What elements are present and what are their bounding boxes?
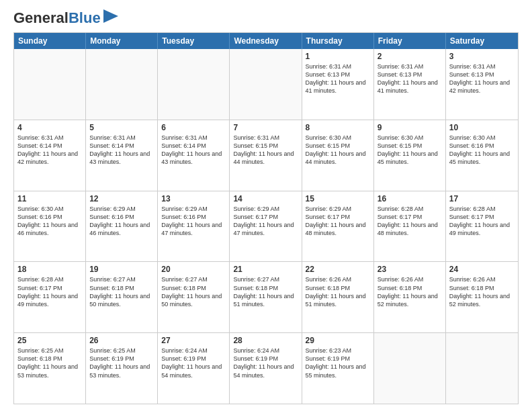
day-info: Sunrise: 6:23 AM Sunset: 6:19 PM Dayligh… [306,347,370,379]
day-header-wednesday: Wednesday [230,33,302,49]
day-info: Sunrise: 6:31 AM Sunset: 6:13 PM Dayligh… [306,62,370,95]
day-cell-2: 2Sunrise: 6:31 AM Sunset: 6:13 PM Daylig… [374,49,446,120]
week-row-5: 25Sunrise: 6:25 AM Sunset: 6:18 PM Dayli… [14,333,518,404]
day-number: 7 [233,123,298,132]
day-cell-18: 18Sunrise: 6:28 AM Sunset: 6:17 PM Dayli… [14,262,86,332]
day-number: 11 [17,194,82,203]
day-info: Sunrise: 6:27 AM Sunset: 6:18 PM Dayligh… [233,275,298,308]
day-number: 8 [306,123,370,132]
day-header-monday: Monday [86,33,158,49]
empty-cell-0-2 [158,49,230,120]
day-number: 27 [161,336,226,345]
day-number: 18 [17,265,82,274]
day-info: Sunrise: 6:31 AM Sunset: 6:14 PM Dayligh… [161,134,226,167]
day-cell-14: 14Sunrise: 6:29 AM Sunset: 6:17 PM Dayli… [230,191,302,262]
week-row-4: 18Sunrise: 6:28 AM Sunset: 6:17 PM Dayli… [14,262,518,333]
day-info: Sunrise: 6:31 AM Sunset: 6:14 PM Dayligh… [17,134,82,167]
day-number: 19 [89,265,154,274]
day-number: 4 [17,123,82,132]
day-header-tuesday: Tuesday [158,33,230,49]
logo-text: GeneralBlue [13,11,101,26]
day-cell-1: 1Sunrise: 6:31 AM Sunset: 6:13 PM Daylig… [302,49,374,120]
day-info: Sunrise: 6:28 AM Sunset: 6:17 PM Dayligh… [378,205,442,238]
day-number: 20 [161,265,226,274]
day-number: 9 [378,123,442,132]
day-cell-3: 3Sunrise: 6:31 AM Sunset: 6:13 PM Daylig… [446,49,518,120]
day-info: Sunrise: 6:24 AM Sunset: 6:19 PM Dayligh… [161,347,226,379]
day-header-saturday: Saturday [446,33,518,49]
day-cell-27: 27Sunrise: 6:24 AM Sunset: 6:19 PM Dayli… [158,333,230,404]
day-number: 29 [306,336,370,345]
day-info: Sunrise: 6:29 AM Sunset: 6:16 PM Dayligh… [161,205,226,238]
day-info: Sunrise: 6:27 AM Sunset: 6:18 PM Dayligh… [89,275,154,308]
header: GeneralBlue [13,11,519,26]
day-cell-10: 10Sunrise: 6:30 AM Sunset: 6:16 PM Dayli… [446,120,518,191]
svg-marker-0 [103,9,118,23]
day-cell-25: 25Sunrise: 6:25 AM Sunset: 6:18 PM Dayli… [14,333,86,404]
day-cell-28: 28Sunrise: 6:24 AM Sunset: 6:19 PM Dayli… [230,333,302,404]
day-info: Sunrise: 6:26 AM Sunset: 6:18 PM Dayligh… [306,275,370,308]
calendar-header-row: SundayMondayTuesdayWednesdayThursdayFrid… [14,33,518,49]
day-cell-29: 29Sunrise: 6:23 AM Sunset: 6:19 PM Dayli… [302,333,374,404]
day-info: Sunrise: 6:30 AM Sunset: 6:15 PM Dayligh… [306,134,370,167]
empty-cell-4-5 [374,333,446,404]
week-row-3: 11Sunrise: 6:30 AM Sunset: 6:16 PM Dayli… [14,191,518,263]
day-cell-26: 26Sunrise: 6:25 AM Sunset: 6:19 PM Dayli… [86,333,158,404]
day-number: 22 [306,265,370,274]
day-cell-24: 24Sunrise: 6:26 AM Sunset: 6:18 PM Dayli… [446,262,518,332]
day-info: Sunrise: 6:30 AM Sunset: 6:16 PM Dayligh… [449,134,515,167]
day-info: Sunrise: 6:29 AM Sunset: 6:17 PM Dayligh… [233,205,298,238]
day-info: Sunrise: 6:26 AM Sunset: 6:18 PM Dayligh… [378,275,442,308]
day-info: Sunrise: 6:28 AM Sunset: 6:17 PM Dayligh… [449,205,515,238]
logo: GeneralBlue [13,11,118,26]
day-number: 13 [161,194,226,203]
day-number: 28 [233,336,298,345]
day-number: 16 [378,194,442,203]
day-info: Sunrise: 6:29 AM Sunset: 6:16 PM Dayligh… [89,205,154,238]
logo-arrow-icon [103,9,118,23]
day-number: 5 [89,123,154,132]
empty-cell-0-3 [230,49,302,120]
day-cell-19: 19Sunrise: 6:27 AM Sunset: 6:18 PM Dayli… [86,262,158,332]
day-cell-9: 9Sunrise: 6:30 AM Sunset: 6:15 PM Daylig… [374,120,446,191]
day-info: Sunrise: 6:24 AM Sunset: 6:19 PM Dayligh… [233,347,298,379]
day-number: 17 [449,194,515,203]
day-info: Sunrise: 6:25 AM Sunset: 6:19 PM Dayligh… [89,347,154,379]
day-cell-4: 4Sunrise: 6:31 AM Sunset: 6:14 PM Daylig… [14,120,86,191]
day-info: Sunrise: 6:25 AM Sunset: 6:18 PM Dayligh… [17,347,82,379]
empty-cell-4-6 [446,333,518,404]
day-number: 6 [161,123,226,132]
day-cell-6: 6Sunrise: 6:31 AM Sunset: 6:14 PM Daylig… [158,120,230,191]
day-info: Sunrise: 6:26 AM Sunset: 6:18 PM Dayligh… [449,275,515,308]
day-cell-17: 17Sunrise: 6:28 AM Sunset: 6:17 PM Dayli… [446,191,518,262]
day-number: 26 [89,336,154,345]
calendar: SundayMondayTuesdayWednesdayThursdayFrid… [13,32,519,404]
day-cell-22: 22Sunrise: 6:26 AM Sunset: 6:18 PM Dayli… [302,262,374,332]
day-cell-23: 23Sunrise: 6:26 AM Sunset: 6:18 PM Dayli… [374,262,446,332]
day-header-friday: Friday [374,33,446,49]
day-info: Sunrise: 6:31 AM Sunset: 6:14 PM Dayligh… [89,134,154,167]
day-number: 15 [306,194,370,203]
day-number: 12 [89,194,154,203]
day-number: 23 [378,265,442,274]
day-cell-7: 7Sunrise: 6:31 AM Sunset: 6:15 PM Daylig… [230,120,302,191]
day-number: 3 [449,52,515,61]
day-cell-21: 21Sunrise: 6:27 AM Sunset: 6:18 PM Dayli… [230,262,302,332]
day-number: 10 [449,123,515,132]
day-cell-16: 16Sunrise: 6:28 AM Sunset: 6:17 PM Dayli… [374,191,446,262]
day-number: 2 [378,52,442,61]
day-info: Sunrise: 6:28 AM Sunset: 6:17 PM Dayligh… [17,275,82,308]
day-cell-5: 5Sunrise: 6:31 AM Sunset: 6:14 PM Daylig… [86,120,158,191]
empty-cell-0-0 [14,49,86,120]
day-info: Sunrise: 6:31 AM Sunset: 6:13 PM Dayligh… [378,62,442,95]
day-info: Sunrise: 6:31 AM Sunset: 6:15 PM Dayligh… [233,134,298,167]
day-number: 21 [233,265,298,274]
day-cell-8: 8Sunrise: 6:30 AM Sunset: 6:15 PM Daylig… [302,120,374,191]
day-cell-20: 20Sunrise: 6:27 AM Sunset: 6:18 PM Dayli… [158,262,230,332]
day-info: Sunrise: 6:30 AM Sunset: 6:15 PM Dayligh… [378,134,442,167]
day-info: Sunrise: 6:29 AM Sunset: 6:17 PM Dayligh… [306,205,370,238]
day-header-thursday: Thursday [302,33,374,49]
calendar-body: 1Sunrise: 6:31 AM Sunset: 6:13 PM Daylig… [14,49,518,404]
day-info: Sunrise: 6:30 AM Sunset: 6:16 PM Dayligh… [17,205,82,238]
day-cell-15: 15Sunrise: 6:29 AM Sunset: 6:17 PM Dayli… [302,191,374,262]
